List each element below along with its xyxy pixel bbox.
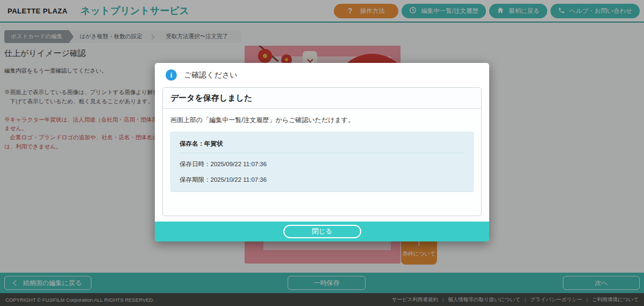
save-datetime-value: 2025/09/22 11:07:36 [211,161,267,167]
dialog-body-panel: データを保存しました 画面上部の「編集中一覧/注文履歴」からご確認いただけます。… [162,87,482,216]
close-button[interactable]: 閉じる [283,225,361,238]
page: PALETTE PLAZA ネットプリントサービス ? 操作方法 編集中一覧/注… [0,0,644,306]
saved-message: 画面上部の「編集中一覧/注文履歴」からご確認いただけます。 [163,109,481,125]
save-name-row: 保存名：年賀状 [180,140,464,153]
save-datetime-label: 保存日時： [180,161,211,167]
confirmation-dialog: i ご確認ください データを保存しました 画面上部の「編集中一覧/注文履歴」から… [155,63,489,241]
save-datetime-row: 保存日時：2025/09/22 11:07:36 [180,160,464,168]
dialog-footer: 閉じる [155,222,489,241]
saved-heading: データを保存しました [163,88,481,109]
dialog-header: i ご確認ください [155,63,489,87]
save-expiry-label: 保存期限： [180,176,211,183]
save-name-value: 年賀状 [204,140,223,147]
dialog-title: ご確認ください [184,70,238,80]
save-name-label: 保存名： [180,140,204,147]
save-expiry-row: 保存期限：2025/10/22 11:07:36 [180,176,464,184]
save-details-box: 保存名：年賀状 保存日時：2025/09/22 11:07:36 保存期限：20… [170,132,474,192]
save-expiry-value: 2025/10/22 11:07:36 [211,176,267,183]
info-icon: i [166,69,177,81]
